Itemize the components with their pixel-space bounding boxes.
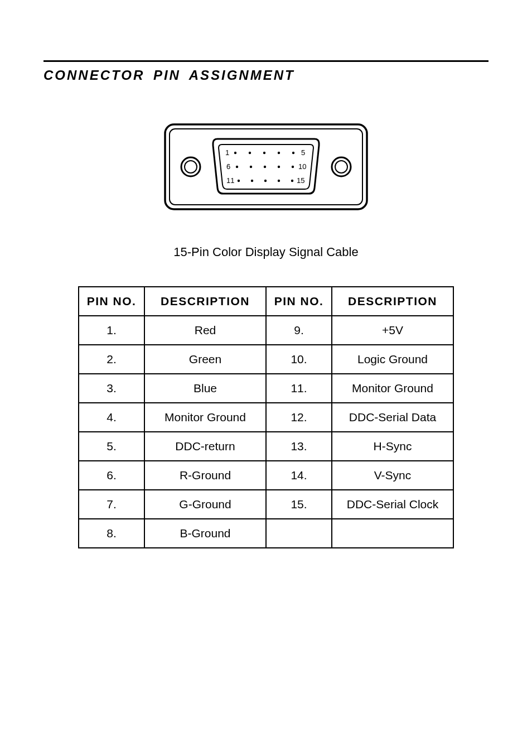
th-pin-1: PIN NO.: [79, 287, 144, 316]
svg-point-5: [335, 161, 347, 173]
table-row: 8.B-Ground: [79, 519, 453, 548]
cell-pin: 1.: [79, 316, 144, 345]
svg-point-19: [278, 180, 280, 182]
cell-pin: 15.: [266, 490, 332, 519]
svg-point-12: [250, 166, 252, 168]
pin-table: PIN NO. DESCRIPTION PIN NO. DESCRIPTION …: [78, 286, 454, 548]
cell-desc: V-Sync: [332, 461, 453, 490]
cell-desc: [332, 519, 453, 548]
cell-desc: Blue: [144, 374, 266, 403]
cell-desc: Red: [144, 316, 266, 345]
cell-pin: [266, 519, 332, 548]
table-row: 1.Red9.+5V: [79, 316, 453, 345]
svg-point-8: [263, 152, 265, 154]
svg-point-13: [264, 166, 266, 168]
cell-desc: DDC-Serial Clock: [332, 490, 453, 519]
cell-desc: R-Ground: [144, 461, 266, 490]
table-row: 6.R-Ground14.V-Sync: [79, 461, 453, 490]
cell-pin: 12.: [266, 403, 332, 432]
th-pin-2: PIN NO.: [266, 287, 332, 316]
svg-point-20: [291, 180, 293, 182]
cell-desc: Logic Ground: [332, 345, 453, 374]
svg-point-15: [292, 166, 294, 168]
pin-label-6: 6: [226, 162, 230, 171]
cell-pin: 8.: [79, 519, 144, 548]
pin-label-11: 11: [226, 176, 234, 185]
cell-pin: 9.: [266, 316, 332, 345]
cell-desc: DDC-Serial Data: [332, 403, 453, 432]
cell-desc: Green: [144, 345, 266, 374]
pin-label-1: 1: [225, 148, 229, 157]
cell-desc: +5V: [332, 316, 453, 345]
cell-desc: Monitor Ground: [332, 374, 453, 403]
cell-desc: DDC-return: [144, 432, 266, 461]
table-header-row: PIN NO. DESCRIPTION PIN NO. DESCRIPTION: [79, 287, 453, 316]
table-row: 4.Monitor Ground12.DDC-Serial Data: [79, 403, 453, 432]
th-desc-2: DESCRIPTION: [332, 287, 453, 316]
cell-pin: 5.: [79, 432, 144, 461]
svg-point-16: [238, 180, 240, 182]
cell-pin: 4.: [79, 403, 144, 432]
table-row: 5.DDC-return13.H-Sync: [79, 432, 453, 461]
cell-pin: 6.: [79, 461, 144, 490]
cell-desc: Monitor Ground: [144, 403, 266, 432]
table-row: 3.Blue11.Monitor Ground: [79, 374, 453, 403]
pin-label-10: 10: [298, 162, 306, 171]
svg-point-14: [278, 166, 280, 168]
cell-desc: H-Sync: [332, 432, 453, 461]
svg-point-9: [278, 152, 280, 154]
connector-diagram: 1 5 6 10 11 15: [43, 122, 489, 211]
svg-point-6: [234, 152, 236, 154]
cell-desc: B-Ground: [144, 519, 266, 548]
cell-pin: 7.: [79, 490, 144, 519]
svg-point-17: [251, 180, 253, 182]
svg-point-10: [292, 152, 294, 154]
connector-svg: 1 5 6 10 11 15: [163, 122, 369, 211]
th-desc-1: DESCRIPTION: [144, 287, 266, 316]
cell-pin: 2.: [79, 345, 144, 374]
cell-pin: 13.: [266, 432, 332, 461]
svg-point-11: [236, 166, 238, 168]
cell-pin: 14.: [266, 461, 332, 490]
top-rule: [43, 60, 489, 62]
table-row: 2.Green10.Logic Ground: [79, 345, 453, 374]
table-row: 7.G-Ground15.DDC-Serial Clock: [79, 490, 453, 519]
cell-pin: 10.: [266, 345, 332, 374]
cell-desc: G-Ground: [144, 490, 266, 519]
diagram-caption: 15-Pin Color Display Signal Cable: [43, 245, 489, 259]
svg-point-7: [249, 152, 251, 154]
section-heading: CONNECTOR PIN ASSIGNMENT: [43, 68, 489, 83]
pin-label-15: 15: [297, 176, 304, 185]
svg-point-3: [185, 161, 197, 173]
cell-pin: 3.: [79, 374, 144, 403]
svg-point-18: [264, 180, 267, 182]
cell-pin: 11.: [266, 374, 332, 403]
table-body: 1.Red9.+5V2.Green10.Logic Ground3.Blue11…: [79, 316, 453, 548]
pin-label-5: 5: [301, 148, 305, 157]
